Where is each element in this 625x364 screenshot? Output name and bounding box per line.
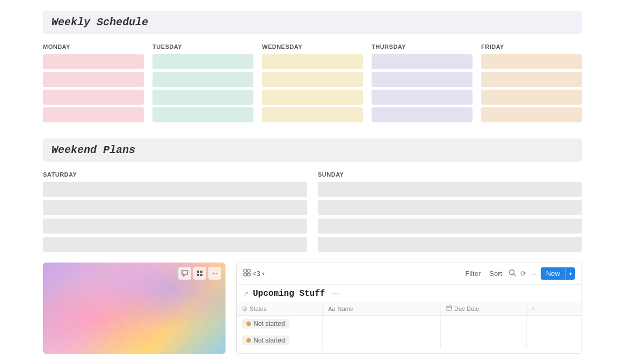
friday-label: FRIDAY [481, 43, 582, 50]
thursday-block-4[interactable] [372, 107, 473, 122]
weekly-schedule-header: Weekly Schedule [43, 11, 582, 34]
monday-blocks [43, 54, 144, 122]
saturday-block-3[interactable] [43, 219, 307, 234]
tuesday-block-1[interactable] [152, 54, 253, 69]
name-header-icon: Aa [328, 305, 335, 312]
status-dot [246, 338, 251, 343]
wednesday-label: WEDNESDAY [262, 43, 363, 50]
sunday-block-2[interactable] [318, 200, 582, 215]
database-panel: <3 ▾ Filter Sort ⟳ ··· [236, 263, 582, 354]
row1-name-cell[interactable] [323, 316, 441, 332]
new-button-label: New [541, 267, 565, 280]
wednesday-block-2[interactable] [262, 72, 363, 87]
row1-extra-cell [527, 316, 540, 332]
friday-block-3[interactable] [481, 90, 582, 105]
saturday-column: SATURDAY [43, 171, 307, 252]
filter-button[interactable]: Filter [463, 268, 483, 279]
wednesday-block-3[interactable] [262, 90, 363, 105]
table-row: Not started [237, 332, 582, 348]
duedate-header-label: Due Date [454, 305, 479, 312]
thursday-blocks [372, 54, 473, 122]
tuesday-label: TUESDAY [152, 43, 253, 50]
svg-rect-2 [197, 274, 199, 276]
tuesday-column: TUESDAY [152, 43, 253, 122]
saturday-blocks [43, 182, 307, 252]
thursday-column: THURSDAY [372, 43, 473, 122]
row2-duedate-cell[interactable] [441, 332, 527, 348]
status-dot [246, 322, 251, 326]
saturday-block-4[interactable] [43, 237, 307, 252]
svg-rect-0 [197, 271, 199, 273]
new-button-arrow[interactable]: ▾ [565, 268, 575, 279]
page-container: Weekly Schedule MONDAY TUESDAY [0, 0, 625, 364]
duedate-header-icon [446, 305, 452, 312]
db-header-duedate: Due Date [441, 302, 527, 315]
db-title-dots[interactable]: ··· [331, 289, 338, 299]
comment-icon[interactable] [178, 267, 191, 280]
sunday-column: SUNDAY [318, 171, 582, 252]
table-row: Not started [237, 316, 582, 332]
db-title[interactable]: Upcoming Stuff [253, 289, 325, 299]
image-overlay-icons: ··· [178, 267, 221, 280]
monday-block-4[interactable] [43, 107, 144, 122]
tuesday-blocks [152, 54, 253, 122]
friday-block-4[interactable] [481, 107, 582, 122]
svg-rect-3 [200, 274, 202, 276]
status-label: Not started [253, 337, 285, 344]
grid-icon[interactable] [193, 267, 206, 280]
saturday-block-1[interactable] [43, 182, 307, 197]
row1-duedate-cell[interactable] [441, 316, 527, 332]
weekend-grid: SATURDAY SUNDAY [43, 171, 582, 252]
db-view-dropdown[interactable]: <3 ▾ [243, 269, 265, 278]
monday-label: MONDAY [43, 43, 144, 50]
friday-block-2[interactable] [481, 72, 582, 87]
wednesday-block-1[interactable] [262, 54, 363, 69]
monday-block-3[interactable] [43, 90, 144, 105]
db-header-status: ◎ Status [237, 302, 323, 315]
weekly-schedule-title: Weekly Schedule [52, 16, 148, 28]
sunday-block-3[interactable] [318, 219, 582, 234]
saturday-label: SATURDAY [43, 171, 307, 178]
thursday-block-1[interactable] [372, 54, 473, 69]
friday-block-1[interactable] [481, 54, 582, 69]
tuesday-block-3[interactable] [152, 90, 253, 105]
more-icon[interactable]: ··· [530, 270, 536, 278]
more-options-icon[interactable]: ··· [208, 267, 221, 280]
monday-block-2[interactable] [43, 72, 144, 87]
svg-rect-5 [248, 270, 250, 272]
svg-rect-10 [447, 306, 452, 310]
db-table: ◎ Status Aa Name [237, 302, 582, 348]
db-header-name: Aa Name [323, 302, 441, 315]
sunday-block-4[interactable] [318, 237, 582, 252]
row2-status-cell[interactable]: Not started [237, 332, 323, 348]
row1-status-cell[interactable]: Not started [237, 316, 323, 332]
weekend-plans-title: Weekend Plans [52, 144, 135, 156]
svg-rect-4 [244, 270, 246, 272]
status-badge[interactable]: Not started [242, 319, 289, 329]
friday-blocks [481, 54, 582, 122]
thursday-block-3[interactable] [372, 90, 473, 105]
search-icon[interactable] [508, 269, 516, 278]
tuesday-block-4[interactable] [152, 107, 253, 122]
saturday-block-2[interactable] [43, 200, 307, 215]
wednesday-block-4[interactable] [262, 107, 363, 122]
status-badge[interactable]: Not started [242, 336, 289, 345]
row2-name-cell[interactable] [323, 332, 441, 348]
db-view-chevron: ▾ [262, 271, 265, 276]
add-column-icon: + [532, 305, 535, 312]
db-view-icon [243, 269, 251, 278]
status-header-icon: ◎ [242, 305, 248, 312]
svg-rect-7 [248, 273, 250, 276]
thursday-block-2[interactable] [372, 72, 473, 87]
svg-rect-6 [244, 273, 246, 276]
monday-block-1[interactable] [43, 54, 144, 69]
sunday-block-1[interactable] [318, 182, 582, 197]
thursday-label: THURSDAY [372, 43, 473, 50]
db-header-add[interactable]: + [527, 302, 540, 315]
wednesday-blocks [262, 54, 363, 122]
tuesday-block-2[interactable] [152, 72, 253, 87]
new-button[interactable]: New ▾ [541, 267, 575, 280]
sunday-blocks [318, 182, 582, 252]
sort-button[interactable]: Sort [487, 268, 504, 279]
sync-icon[interactable]: ⟳ [520, 270, 526, 278]
